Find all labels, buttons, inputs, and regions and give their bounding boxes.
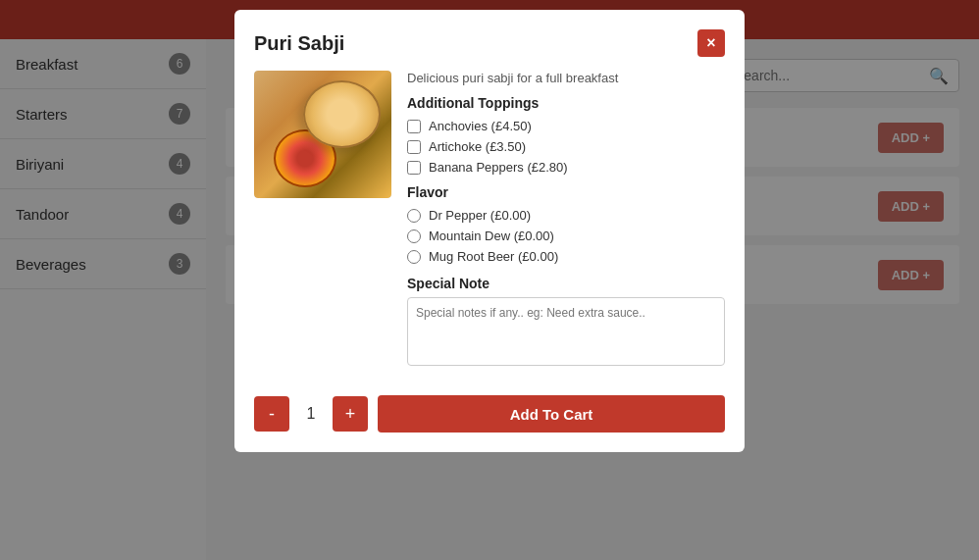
flavor-dr-pepper-label: Dr Pepper (£0.00) xyxy=(429,208,531,223)
topping-anchovies-label: Anchovies (£4.50) xyxy=(429,119,532,133)
topping-banana-peppers-label: Banana Peppers (£2.80) xyxy=(429,160,568,175)
flavor-mug-root-beer: Mug Root Beer (£0.00) xyxy=(407,249,725,264)
flavor-mug-root-beer-radio[interactable] xyxy=(407,250,421,264)
item-detail-modal: Puri Sabji × Delicious puri sabji for a … xyxy=(234,10,745,452)
quantity-minus-button[interactable]: - xyxy=(254,396,289,432)
modal-footer: - 1 + Add To Cart xyxy=(254,385,725,433)
topping-banana-peppers-checkbox[interactable] xyxy=(407,161,421,175)
modal-close-button[interactable]: × xyxy=(697,29,725,57)
topping-artichoke-checkbox[interactable] xyxy=(407,140,421,154)
modal-title: Puri Sabji xyxy=(254,32,344,55)
toppings-section-title: Additional Toppings xyxy=(407,95,725,111)
flavor-mug-root-beer-label: Mug Root Beer (£0.00) xyxy=(429,249,558,264)
flavor-mountain-dew-radio[interactable] xyxy=(407,229,421,243)
topping-anchovies-checkbox[interactable] xyxy=(407,120,421,133)
topping-anchovies: Anchovies (£4.50) xyxy=(407,119,725,133)
flavor-mountain-dew: Mountain Dew (£0.00) xyxy=(407,229,725,243)
modal-details: Delicious puri sabji for a full breakfas… xyxy=(407,71,725,370)
special-note-section: Special Note xyxy=(407,276,725,370)
flavor-section-title: Flavor xyxy=(407,184,725,200)
special-note-label: Special Note xyxy=(407,276,725,291)
puri-sabji-image xyxy=(254,71,391,198)
modal-body: Delicious puri sabji for a full breakfas… xyxy=(254,71,725,370)
topping-banana-peppers: Banana Peppers (£2.80) xyxy=(407,160,725,175)
item-description: Delicious puri sabji for a full breakfas… xyxy=(407,71,725,85)
item-image xyxy=(254,71,391,198)
add-to-cart-button[interactable]: Add To Cart xyxy=(378,395,725,433)
quantity-plus-button[interactable]: + xyxy=(333,396,368,432)
modal-header: Puri Sabji × xyxy=(254,29,725,57)
quantity-value: 1 xyxy=(299,405,323,423)
flavor-dr-pepper: Dr Pepper (£0.00) xyxy=(407,208,725,223)
flavor-mountain-dew-label: Mountain Dew (£0.00) xyxy=(429,229,554,243)
special-note-textarea[interactable] xyxy=(407,297,725,366)
topping-artichoke: Artichoke (£3.50) xyxy=(407,139,725,154)
topping-artichoke-label: Artichoke (£3.50) xyxy=(429,139,526,154)
flavor-dr-pepper-radio[interactable] xyxy=(407,209,421,223)
